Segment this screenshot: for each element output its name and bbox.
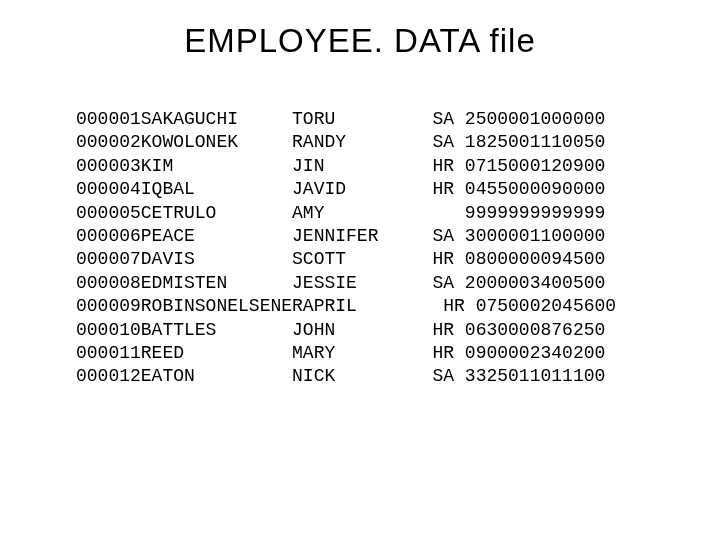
data-listing: 000001SAKAGUCHI TORU SA 2500001000000 00… <box>76 108 720 389</box>
page-title: EMPLOYEE. DATA file <box>0 22 720 60</box>
